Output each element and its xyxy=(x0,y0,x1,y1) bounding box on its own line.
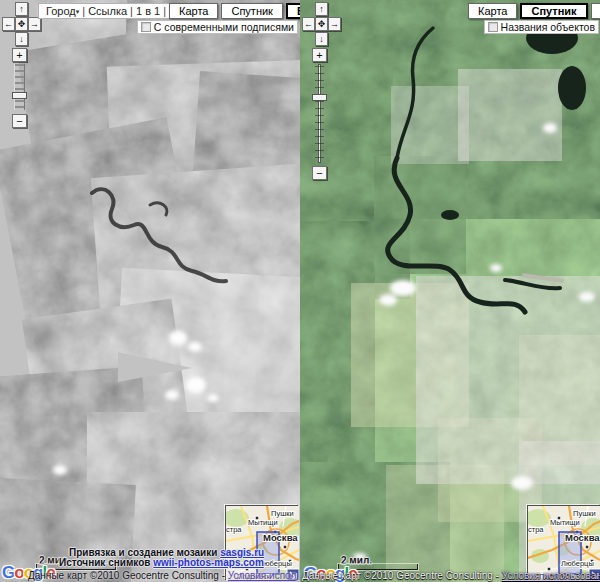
arrow-down-icon: ↓ xyxy=(319,34,324,44)
historical-aerial-mosaic[interactable] xyxy=(0,0,300,582)
map-copyright: Данные карт ©2010 Geocentre Consulting -… xyxy=(302,570,600,581)
modern-labels-option: С современными подписями xyxy=(137,20,298,34)
arrow-up-icon: ↑ xyxy=(319,4,324,14)
arrow-down-icon: ↓ xyxy=(19,34,24,44)
svg-text:стра: стра xyxy=(528,525,544,534)
arrow-left-icon: ← xyxy=(4,19,13,29)
pan-up-button[interactable]: ↑ xyxy=(15,2,28,16)
plus-icon: + xyxy=(316,49,322,61)
wwii-photos-maps-link[interactable]: wwii-photos-maps.com xyxy=(153,557,264,568)
pan-pad: ↑ ← ✥ → ↓ xyxy=(2,2,42,48)
zoom-out-button[interactable]: − xyxy=(12,114,27,128)
svg-text:Люберцы: Люберцы xyxy=(561,559,594,568)
link-city[interactable]: Город▾ xyxy=(44,5,81,17)
map-copyright: Данные карт ©2010 Geocentre Consulting -… xyxy=(28,570,300,581)
zoom-slider-ticks xyxy=(315,66,324,161)
zoom-slider-track[interactable] xyxy=(14,64,25,110)
imagery-attribution-fragment: Изображ xyxy=(299,570,300,581)
arrow-up-icon: ↑ xyxy=(19,4,24,14)
svg-text:стра: стра xyxy=(226,525,242,534)
pan-right-button[interactable]: → xyxy=(28,17,41,31)
modern-labels-checkbox[interactable] xyxy=(141,22,151,32)
satellite-imagery[interactable] xyxy=(300,0,600,582)
svg-text:Мытищи: Мытищи xyxy=(248,518,278,527)
link-share[interactable]: Ссылка xyxy=(86,5,129,17)
zoom-in-button[interactable]: + xyxy=(12,48,27,62)
map-type-buttons: Карта Спутник ВОВ xyxy=(169,3,300,19)
zoom-slider-handle[interactable] xyxy=(312,94,327,101)
arrow-right-icon: → xyxy=(30,19,39,29)
split-map-app: ↑ ← ✥ → ↓ + − Город▾ | Ссылка | 1 в 1 | … xyxy=(0,0,600,582)
satellite-map-panel: ↑ ← ✥ → ↓ + − Карта Спутник ВОВ Названия… xyxy=(300,0,600,582)
pan-right-button[interactable]: → xyxy=(328,17,341,31)
svg-text:Мытищи: Мытищи xyxy=(550,518,580,527)
map-button[interactable]: Карта xyxy=(169,3,218,19)
zoom-slider-handle[interactable] xyxy=(12,92,27,99)
terms-of-use-link[interactable]: Условия испол xyxy=(228,570,296,581)
plus-icon: + xyxy=(16,49,22,61)
map-button[interactable]: Карта xyxy=(468,3,517,19)
modern-labels-label: С современными подписями xyxy=(154,21,294,33)
satellite-button[interactable]: Спутник xyxy=(221,3,282,19)
object-names-label: Названия объектов xyxy=(501,21,595,33)
mosaic-tiles xyxy=(0,0,300,582)
wwii-map-panel: ↑ ← ✥ → ↓ + − Город▾ | Ссылка | 1 в 1 | … xyxy=(0,0,300,582)
minus-icon: − xyxy=(16,115,22,127)
pan-down-button[interactable]: ↓ xyxy=(315,32,328,46)
wwii-button[interactable]: ВОВ xyxy=(591,3,600,19)
svg-text:Пушки: Пушки xyxy=(573,509,596,518)
pan-left-button[interactable]: ← xyxy=(2,17,15,31)
svg-text:Москва: Москва xyxy=(263,532,298,543)
zoom-out-button[interactable]: − xyxy=(312,166,327,180)
link-one-to-one[interactable]: 1 в 1 xyxy=(134,5,162,17)
zoom-in-button[interactable]: + xyxy=(312,48,327,62)
map-type-buttons: Карта Спутник ВОВ xyxy=(468,3,600,19)
move-icon: ✥ xyxy=(18,19,26,29)
overview-minimap[interactable]: Пушки Мытищи Москва Люберцы Подольск стр… xyxy=(527,505,600,580)
minus-icon: − xyxy=(316,167,322,179)
pan-pad: ↑ ← ✥ → ↓ xyxy=(302,2,342,48)
terms-of-use-link[interactable]: Условия использования xyxy=(502,570,600,581)
pan-down-button[interactable]: ↓ xyxy=(15,32,28,46)
pan-left-button[interactable]: ← xyxy=(302,17,315,31)
arrow-left-icon: ← xyxy=(304,19,313,29)
svg-text:Пушки: Пушки xyxy=(271,509,294,518)
overview-minimap[interactable]: Пушки Мытищи Москва Люберцы Подольск стр… xyxy=(225,505,298,580)
object-names-option: Названия объектов xyxy=(484,20,599,34)
source-credit-line: Источник снимков wwii-photos-maps.com xyxy=(59,557,264,568)
satellite-button[interactable]: Спутник xyxy=(520,3,587,19)
arrow-right-icon: → xyxy=(330,19,339,29)
chevron-down-icon: ▾ xyxy=(76,8,80,15)
svg-text:Москва: Москва xyxy=(565,532,600,543)
pan-center-button[interactable]: ✥ xyxy=(315,17,328,31)
move-icon: ✥ xyxy=(318,19,326,29)
object-names-checkbox[interactable] xyxy=(488,22,498,32)
wwii-button[interactable]: ВОВ xyxy=(286,3,300,19)
pan-center-button[interactable]: ✥ xyxy=(15,17,28,31)
pan-up-button[interactable]: ↑ xyxy=(315,2,328,16)
